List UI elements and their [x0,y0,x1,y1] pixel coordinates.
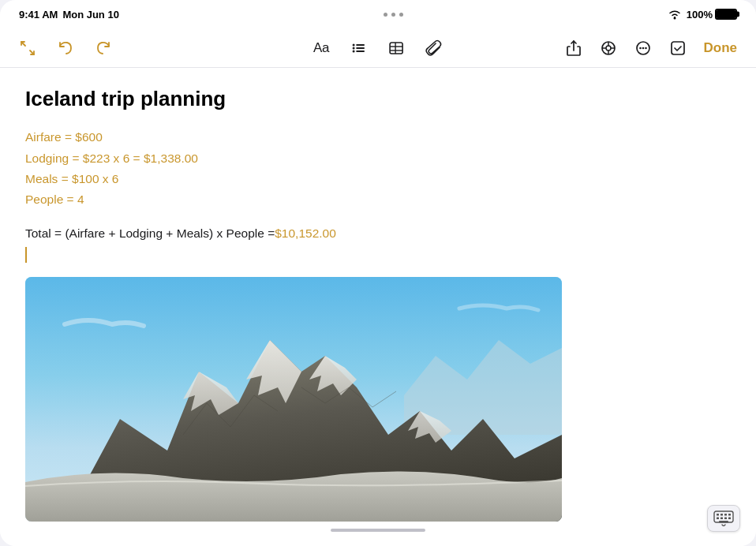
formula-line-meals: Meals = $100 x 6 [25,169,731,189]
svg-rect-30 [728,514,731,516]
total-result: $10,152.00 [275,226,336,240]
toolbar-center: Aa [310,36,446,60]
svg-point-5 [352,50,354,52]
svg-point-23 [645,47,647,49]
scroll-bar-container [110,529,646,532]
undo-icon [57,39,74,57]
attach-button[interactable] [422,36,446,60]
battery-icon [715,9,737,20]
highlight-button[interactable] [597,36,620,60]
list-icon [350,39,367,57]
shrink-button[interactable] [16,36,39,60]
people-expr: = 4 [63,193,84,206]
font-label: Aa [313,40,329,56]
total-expr: Total = (Airfare + Lodging + Meals) x Pe… [25,226,275,240]
share-icon [565,39,582,57]
time: 9:41 AM [19,9,58,21]
meals-label: Meals [25,172,58,185]
done-button[interactable]: Done [701,37,741,59]
status-dot-2 [391,13,395,17]
shrink-icon [19,39,36,57]
svg-rect-35 [719,521,728,523]
mountain-svg [25,277,562,522]
status-bar: 9:41 AM Mon Jun 10 100% [0,0,756,28]
status-dot-1 [384,13,387,17]
ipad-frame: 9:41 AM Mon Jun 10 100% [0,0,756,546]
highlight-icon [600,39,617,57]
battery-fill [717,10,735,18]
airfare-expr: = $600 [62,130,103,144]
svg-rect-26 [714,511,733,522]
svg-rect-34 [728,518,731,520]
meals-expr: = $100 x 6 [58,172,118,185]
redo-icon [95,39,112,57]
svg-rect-9 [390,43,402,54]
svg-rect-31 [717,518,719,520]
lodging-result: $1,338.00 [140,151,198,165]
more-button[interactable] [631,36,655,60]
battery-percent: 100% [687,9,713,21]
done-label: Done [704,40,738,56]
toolbar: Aa [0,28,756,68]
battery-container: 100% [687,9,737,21]
svg-point-4 [352,47,354,49]
more-icon [634,39,652,57]
content-area[interactable]: Iceland trip planning Airfare = $600 Lod… [0,68,756,546]
formula-line-people: People = 4 [25,189,731,210]
list-button[interactable] [346,36,370,60]
svg-point-0 [673,17,676,20]
keyboard-button[interactable] [707,505,740,532]
edit-button[interactable] [666,36,690,60]
edit-icon [669,39,687,57]
status-dot-3 [399,13,403,17]
svg-rect-32 [720,518,723,520]
table-icon [387,39,405,57]
svg-point-21 [639,47,642,49]
toolbar-right: Done [562,36,741,60]
formula-section: Airfare = $600 Lodging = $223 x 6 = $1,3… [25,127,731,210]
battery-tip [737,12,739,17]
svg-rect-33 [724,518,727,520]
status-right: 100% [668,9,737,21]
table-button[interactable] [384,36,408,60]
airfare-label: Airfare [25,130,62,144]
svg-rect-24 [672,42,684,54]
lodging-label: Lodging [25,151,69,165]
note-title: Iceland trip planning [25,87,731,111]
formula-line-lodging: Lodging = $223 x 6 = $1,338.00 [25,148,731,169]
attach-icon [425,39,443,57]
people-label: People [25,193,63,206]
status-left: 9:41 AM Mon Jun 10 [19,9,119,21]
share-button[interactable] [562,36,586,60]
wifi-icon [668,9,682,20]
text-cursor [25,247,27,263]
svg-point-15 [606,46,611,50]
toolbar-left [16,36,562,60]
mountain-image [25,277,562,522]
svg-rect-29 [724,514,727,516]
status-center [384,13,403,17]
font-button[interactable]: Aa [310,37,332,59]
cursor-container [25,247,731,269]
svg-rect-27 [717,514,719,516]
scroll-bar [331,529,425,532]
svg-rect-28 [720,514,723,516]
undo-button[interactable] [54,36,77,60]
keyboard-icon [713,510,734,526]
lodging-expr: = $223 x 6 = [69,151,140,165]
formula-line-airfare: Airfare = $600 [25,127,731,148]
svg-point-3 [352,43,354,46]
svg-point-22 [642,47,644,49]
redo-button[interactable] [92,36,115,60]
date: Mon Jun 10 [62,9,119,21]
total-line: Total = (Airfare + Lodging + Meals) x Pe… [25,223,731,244]
